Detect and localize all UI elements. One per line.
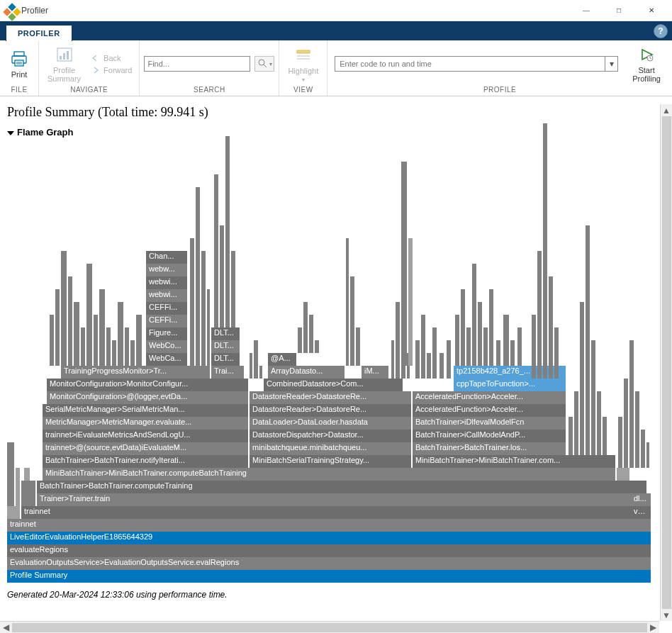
code-history-dropdown[interactable]: ▾ xyxy=(605,56,618,72)
flame-stub[interactable] xyxy=(401,162,407,366)
flame-stub[interactable] xyxy=(618,417,622,468)
flame-bar[interactable]: LiveEditorEvaluationHelperE1865644329 xyxy=(7,532,651,544)
flame-stub[interactable] xyxy=(68,276,72,366)
flame-bar[interactable]: CEFFi... xyxy=(146,302,187,315)
flame-stub[interactable] xyxy=(225,136,230,327)
start-profiling-button[interactable]: Start Profiling xyxy=(628,43,665,84)
flame-bar[interactable]: dl... xyxy=(631,493,651,506)
flame-stub[interactable] xyxy=(489,289,493,366)
flame-stub[interactable] xyxy=(580,302,584,455)
flame-bar[interactable]: EvaluationOutputsService>EvaluationOutpu… xyxy=(7,557,651,570)
flame-stub[interactable] xyxy=(346,238,349,366)
flame-stub[interactable] xyxy=(421,315,425,379)
flame-bar[interactable]: AcceleratedFunction>Acceler... xyxy=(413,404,566,417)
flame-bar[interactable]: BatchTrainer>BatchTrainer.notifyIterati.… xyxy=(43,455,248,468)
flame-stub[interactable] xyxy=(517,327,522,366)
flame-stub[interactable] xyxy=(427,353,431,379)
flame-stub[interactable] xyxy=(298,327,302,353)
flame-bar[interactable]: trainnet>iEvaluateMetricsAndSendLogU... xyxy=(43,430,248,442)
flame-stub[interactable] xyxy=(408,238,413,366)
flame-bar[interactable]: SerialMetricManager>SerialMetricMan... xyxy=(43,404,248,417)
flame-stub[interactable] xyxy=(112,340,116,366)
flame-stub[interactable] xyxy=(220,225,224,327)
print-button[interactable]: Print xyxy=(4,47,34,80)
flame-bar[interactable]: BatchTrainer>iCallModelAndP... xyxy=(413,430,566,442)
flame-bar[interactable]: Figure... xyxy=(146,327,187,340)
flame-bar[interactable]: MonitorConfiguration>@(logger,evtDa... xyxy=(47,391,248,404)
flame-bar[interactable]: CEFFi... xyxy=(146,315,187,327)
flame-stub[interactable] xyxy=(315,340,319,353)
flame-bar[interactable]: MonitorConfiguration>MonitorConfigur... xyxy=(47,379,248,391)
flame-stub[interactable] xyxy=(250,353,252,379)
flame-bar[interactable]: trainnet>@(source,evtData)iEvaluateM... xyxy=(43,442,248,455)
flame-bar[interactable]: BatchTrainer>iDlfevalModelFcn xyxy=(413,417,566,430)
flame-bar[interactable]: WebCa... xyxy=(146,353,187,366)
flame-stub[interactable] xyxy=(16,468,20,506)
flame-stub[interactable] xyxy=(461,289,465,366)
flame-bar[interactable]: trainnet xyxy=(7,519,651,532)
minimize-button[interactable]: — xyxy=(570,0,603,21)
flame-stub[interactable] xyxy=(586,225,590,455)
flame-stub[interactable] xyxy=(478,302,482,366)
maximize-button[interactable]: □ xyxy=(603,0,635,21)
flame-bar[interactable]: AcceleratedFunction>Acceler... xyxy=(413,391,566,404)
flame-stub[interactable] xyxy=(74,302,79,366)
flame-stub[interactable] xyxy=(396,302,400,379)
flame-stub[interactable] xyxy=(483,327,488,366)
flame-stub[interactable] xyxy=(259,366,262,379)
flame-bar[interactable]: webwi... xyxy=(146,276,187,289)
flame-stub[interactable] xyxy=(455,315,459,366)
scroll-right-icon[interactable]: ▶ xyxy=(647,622,659,634)
flame-stub[interactable] xyxy=(617,468,629,481)
flame-bar[interactable]: @A... xyxy=(268,353,296,366)
scroll-down-icon[interactable]: ▼ xyxy=(661,609,672,621)
flame-stub[interactable] xyxy=(391,340,394,379)
vertical-scrollbar[interactable]: ▲ ▼ xyxy=(660,104,672,621)
flame-stub[interactable] xyxy=(635,391,639,468)
flame-bar[interactable]: Trai... xyxy=(211,366,244,379)
flame-bar[interactable]: Trainer>Trainer.train xyxy=(37,493,631,506)
flame-stub[interactable] xyxy=(624,379,628,468)
flame-stub[interactable] xyxy=(532,315,536,379)
flame-bar[interactable]: evaluateRegions xyxy=(7,544,651,557)
flame-stub[interactable] xyxy=(214,174,218,327)
tab-profiler[interactable]: PROFILER xyxy=(6,25,72,41)
flame-stub[interactable] xyxy=(510,340,515,366)
flame-stub[interactable] xyxy=(136,315,142,366)
flame-stub[interactable] xyxy=(472,264,476,366)
flame-stub[interactable] xyxy=(118,302,123,366)
flame-bar[interactable]: DLT... xyxy=(211,353,240,366)
flame-bar[interactable]: MiniBatchTrainer>MiniBatchTrainer.comput… xyxy=(43,468,615,481)
flame-bar[interactable]: BatchTrainer>BatchTrainer.computeTrainin… xyxy=(37,481,646,493)
flame-bar[interactable]: trainnet xyxy=(21,506,631,519)
flame-stub[interactable] xyxy=(303,302,308,353)
flame-stub[interactable] xyxy=(554,327,559,379)
flame-stub[interactable] xyxy=(496,340,500,366)
flame-stub[interactable] xyxy=(207,289,210,366)
flame-bar[interactable]: MetricManager>MetricManager.evaluate... xyxy=(43,417,248,430)
flame-stub[interactable] xyxy=(61,251,67,366)
flame-bar[interactable]: minibatchqueue.minibatchqueu... xyxy=(250,442,411,455)
flame-stub[interactable] xyxy=(549,276,553,379)
flame-bar[interactable]: WebCo... xyxy=(146,340,187,353)
flame-bar[interactable]: webwi... xyxy=(146,289,187,302)
flame-stub[interactable] xyxy=(574,391,578,455)
flame-stub[interactable] xyxy=(254,340,258,379)
scroll-up-icon[interactable]: ▲ xyxy=(661,104,672,116)
flame-stub[interactable] xyxy=(543,123,547,379)
flame-stub[interactable] xyxy=(50,315,54,366)
flame-stub[interactable] xyxy=(432,327,437,379)
flame-stub[interactable] xyxy=(629,340,634,468)
flame-stub[interactable] xyxy=(7,506,20,519)
flame-stub[interactable] xyxy=(466,327,471,366)
flame-stub[interactable] xyxy=(125,327,129,366)
find-go-button[interactable]: ▾ xyxy=(254,56,274,72)
flame-bar[interactable]: ArrayDatasto... xyxy=(268,366,345,379)
flame-stub[interactable] xyxy=(503,315,509,366)
flame-bar[interactable]: cppTapeToFunction>... xyxy=(454,379,566,391)
flame-stub[interactable] xyxy=(24,468,30,481)
flame-bar[interactable]: DatastoreDispatcher>Datastor... xyxy=(250,430,411,442)
find-input[interactable] xyxy=(144,56,250,72)
flame-bar[interactable]: DLT... xyxy=(211,327,240,340)
flame-bar[interactable]: DatastoreReader>DatastoreRe... xyxy=(250,391,411,404)
